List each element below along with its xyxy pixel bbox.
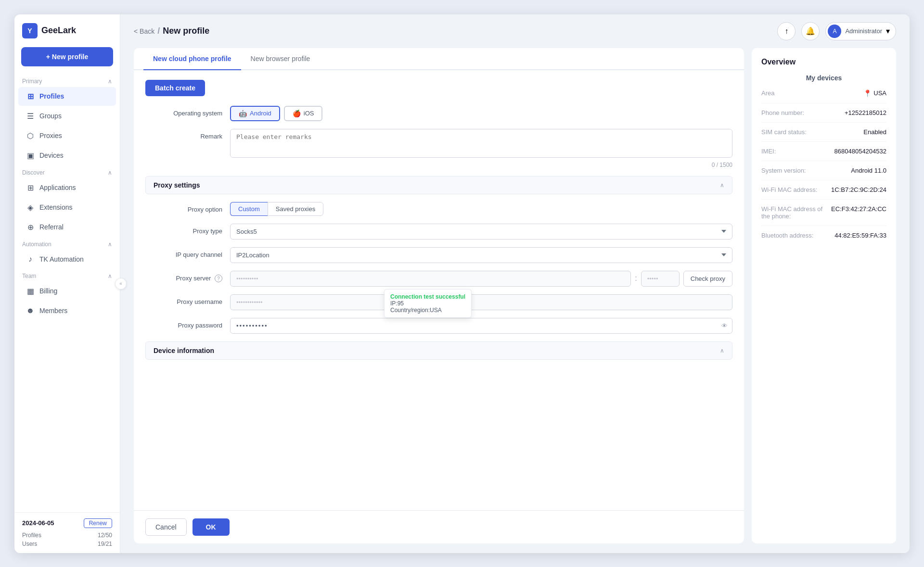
- location-pin-icon: 📍: [863, 89, 872, 97]
- tab-browser[interactable]: New browser profile: [241, 48, 320, 70]
- proxy-tooltip: Connection test successful IP:95 Country…: [384, 289, 472, 318]
- profiles-value: 12/50: [98, 532, 112, 539]
- user-name: Administrator: [845, 27, 882, 35]
- sidebar-item-profiles[interactable]: ⊞ Profiles: [18, 87, 116, 106]
- proxy-password-input[interactable]: [230, 318, 732, 334]
- sidebar-section-primary: Primary ∧: [14, 74, 120, 87]
- ip-query-select[interactable]: IP2Location IPinfo IP-API: [230, 247, 732, 263]
- proxy-custom-button[interactable]: Custom: [230, 202, 268, 216]
- os-control: 🤖 Android 🍎 iOS: [230, 106, 732, 121]
- sidebar-item-extensions[interactable]: ◈ Extensions: [18, 198, 116, 217]
- proxy-username-input[interactable]: [230, 294, 732, 310]
- applications-icon: ⊞: [26, 183, 35, 192]
- device-info-section[interactable]: Device information ∧: [145, 341, 732, 360]
- android-icon: 🤖: [239, 110, 247, 117]
- tooltip-success-text: Connection test successful: [390, 293, 465, 300]
- sim-value: Enabled: [863, 128, 886, 136]
- breadcrumb-separator: /: [157, 26, 160, 36]
- proxy-saved-button[interactable]: Saved proxies: [268, 202, 323, 216]
- proxy-colon: :: [635, 274, 637, 283]
- overview-bluetooth-row: Bluetooth address: 44:82:E5:59:FA:33: [761, 232, 886, 245]
- proxy-settings-title: Proxy settings: [154, 181, 200, 189]
- password-toggle-icon[interactable]: 👁: [721, 322, 728, 329]
- new-profile-button[interactable]: + New profile: [21, 47, 113, 66]
- device-info-chevron-icon: ∧: [720, 347, 724, 354]
- proxy-server-input-row: : Check proxy Connection test successful…: [230, 271, 732, 287]
- proxy-options: Custom Saved proxies: [230, 202, 732, 216]
- sidebar-item-billing[interactable]: ▦ Billing: [18, 282, 116, 301]
- os-row: Operating system 🤖 Android 🍎 iOS: [145, 106, 732, 121]
- breadcrumb: < Back / New profile: [134, 26, 209, 36]
- sidebar-section-automation: Automation ∧: [14, 237, 120, 250]
- referral-icon: ⊕: [26, 223, 35, 232]
- sidebar-item-devices[interactable]: ▣ Devices: [18, 146, 116, 165]
- sidebar-item-label: TK Automation: [39, 255, 84, 263]
- ip-query-label: IP query channel: [145, 247, 222, 258]
- proxy-type-control: Socks5 HTTP HTTPS SOCKS4: [230, 224, 732, 239]
- sidebar-item-label: Groups: [39, 112, 62, 120]
- user-chevron-icon: ▾: [886, 26, 890, 36]
- proxy-server-help-icon[interactable]: ?: [215, 275, 222, 282]
- proxy-server-input[interactable]: [230, 271, 631, 287]
- user-chip[interactable]: A Administrator ▾: [825, 22, 896, 40]
- logo-icon: Y: [22, 23, 38, 38]
- groups-icon: ☰: [26, 112, 35, 121]
- system-label: System version:: [761, 167, 806, 174]
- ios-button[interactable]: 🍎 iOS: [284, 106, 323, 121]
- wifi-value: 1C:B7:2C:9C:2D:24: [831, 186, 886, 193]
- overview-system-row: System version: Android 11.0: [761, 167, 886, 180]
- batch-create-button[interactable]: Batch create: [145, 80, 205, 96]
- members-icon: ☻: [26, 306, 35, 315]
- sidebar-item-groups[interactable]: ☰ Groups: [18, 107, 116, 126]
- proxy-username-label: Proxy username: [145, 294, 222, 305]
- ios-icon: 🍎: [293, 110, 301, 117]
- wifi-phone-label: Wi-Fi MAC address of the phone:: [761, 205, 831, 220]
- proxy-server-row: Proxy server ? : Check proxy: [145, 271, 732, 287]
- system-value: Android 11.0: [851, 167, 886, 174]
- tab-bar: New cloud phone profile New browser prof…: [134, 48, 744, 70]
- upload-button[interactable]: ↑: [777, 22, 796, 40]
- sidebar-item-referral[interactable]: ⊕ Referral: [18, 218, 116, 237]
- sidebar-item-label: Applications: [39, 184, 76, 191]
- proxy-type-select[interactable]: Socks5 HTTP HTTPS SOCKS4: [230, 224, 732, 239]
- sidebar-item-label: Proxies: [39, 132, 62, 139]
- sidebar-item-proxies[interactable]: ⬡ Proxies: [18, 126, 116, 145]
- sidebar-collapse-button[interactable]: «: [115, 278, 127, 290]
- imei-label: IMEI:: [761, 148, 776, 155]
- overview-title: Overview: [761, 58, 886, 66]
- char-count: 0 / 1500: [230, 162, 732, 168]
- ok-button[interactable]: OK: [192, 518, 230, 536]
- os-buttons: 🤖 Android 🍎 iOS: [230, 106, 732, 121]
- form-panel: New cloud phone profile New browser prof…: [134, 48, 744, 543]
- back-link[interactable]: < Back: [134, 27, 154, 35]
- sidebar-item-label: Extensions: [39, 203, 72, 211]
- overview-panel: Overview My devices Area 📍 USA Phone num…: [752, 48, 896, 543]
- area-label: Area: [761, 89, 774, 97]
- proxy-username-control: [230, 294, 732, 310]
- renew-button[interactable]: Renew: [84, 518, 112, 528]
- check-proxy-button[interactable]: Check proxy: [683, 271, 732, 287]
- form-body: Batch create Operating system 🤖 Android: [134, 70, 744, 510]
- sidebar-item-applications[interactable]: ⊞ Applications: [18, 178, 116, 197]
- bell-button[interactable]: 🔔: [801, 22, 820, 40]
- sidebar-item-tk-automation[interactable]: ♪ TK Automation: [18, 250, 116, 268]
- proxy-settings-section[interactable]: Proxy settings ∧: [145, 176, 732, 194]
- sidebar-item-members[interactable]: ☻ Members: [18, 302, 116, 320]
- sidebar-stats: Profiles 12/50 Users 19/21: [22, 532, 112, 547]
- top-bar: < Back / New profile ↑ 🔔 A Administrator…: [120, 14, 910, 48]
- extensions-icon: ◈: [26, 203, 35, 212]
- content-area: New cloud phone profile New browser prof…: [120, 48, 910, 553]
- proxy-port-input[interactable]: [641, 271, 680, 287]
- tab-cloud-phone[interactable]: New cloud phone profile: [143, 48, 241, 70]
- tooltip-ip-text: IP:95: [390, 300, 465, 307]
- android-button[interactable]: 🤖 Android: [230, 106, 280, 121]
- imei-value: 868048054204532: [834, 148, 886, 155]
- cancel-button[interactable]: Cancel: [145, 518, 187, 536]
- overview-phone-row: Phone number: +12522185012: [761, 109, 886, 123]
- proxy-password-row: Proxy password 👁: [145, 318, 732, 334]
- sidebar-section-team: Team ∧: [14, 269, 120, 281]
- remark-input[interactable]: [230, 129, 732, 158]
- tooltip-region-text: Country/region:USA: [390, 307, 465, 314]
- remark-row: Remark 0 / 1500: [145, 129, 732, 168]
- overview-wifi-row: Wi-Fi MAC address: 1C:B7:2C:9C:2D:24: [761, 186, 886, 200]
